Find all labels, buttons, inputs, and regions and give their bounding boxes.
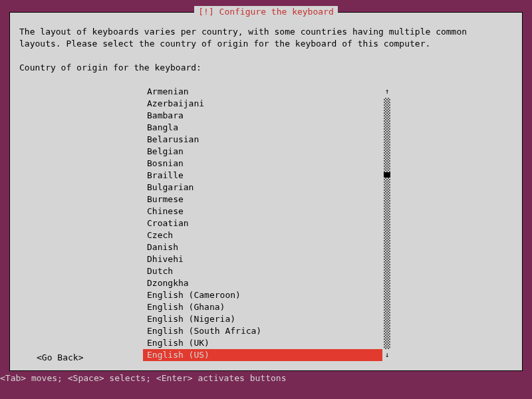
dialog-description: The layout of keyboards varies per count… — [19, 26, 513, 50]
scroll-track[interactable] — [384, 98, 390, 349]
list-item[interactable]: Belarusian — [143, 134, 382, 146]
list-item[interactable]: Chinese — [143, 205, 382, 217]
list-item[interactable]: English (Ghana) — [143, 301, 382, 313]
list-item[interactable]: Czech — [143, 229, 382, 241]
list-item[interactable]: Dutch — [143, 265, 382, 277]
list-item[interactable]: Croatian — [143, 217, 382, 229]
go-back-label: Go Back — [42, 352, 78, 362]
list-item[interactable]: English (Nigeria) — [143, 313, 382, 325]
list-item[interactable]: Azerbaijani — [143, 98, 382, 110]
list-item[interactable]: Bangla — [143, 122, 382, 134]
list-item[interactable]: Braille — [143, 170, 382, 182]
dialog: [!] Configure the keyboard The layout of… — [9, 12, 523, 371]
go-back-button[interactable]: Go Back — [37, 352, 83, 364]
hint-bar: <Tab> moves; <Space> selects; <Enter> ac… — [0, 372, 286, 384]
scroll-up-icon[interactable]: ↑ — [384, 86, 390, 98]
scroll-thumb[interactable] — [384, 172, 390, 178]
scrollbar[interactable]: ↑ ↓ — [384, 86, 390, 361]
dialog-prompt: Country of origin for the keyboard: — [19, 62, 201, 74]
list-item[interactable]: Bambara — [143, 110, 382, 122]
keyboard-list[interactable]: ArmenianAzerbaijaniBambaraBanglaBelarusi… — [143, 86, 382, 361]
list-item[interactable]: Dhivehi — [143, 253, 382, 265]
list-item[interactable]: Burmese — [143, 194, 382, 205]
list-item[interactable]: Belgian — [143, 146, 382, 158]
title-row: [!] Configure the keyboard — [10, 6, 522, 18]
list-item[interactable]: Danish — [143, 241, 382, 253]
dialog-title: [!] Configure the keyboard — [194, 6, 338, 18]
list-item[interactable]: English (Cameroon) — [143, 289, 382, 301]
list-item[interactable]: Armenian — [143, 86, 382, 98]
list-item[interactable]: Bosnian — [143, 158, 382, 170]
list-item[interactable]: English (South Africa) — [143, 325, 382, 337]
list-item[interactable]: English (UK) — [143, 337, 382, 349]
scroll-down-icon[interactable]: ↓ — [384, 349, 390, 361]
list-item[interactable]: English (US) — [143, 349, 382, 361]
list-item[interactable]: Dzongkha — [143, 277, 382, 289]
list-item[interactable]: Bulgarian — [143, 182, 382, 194]
